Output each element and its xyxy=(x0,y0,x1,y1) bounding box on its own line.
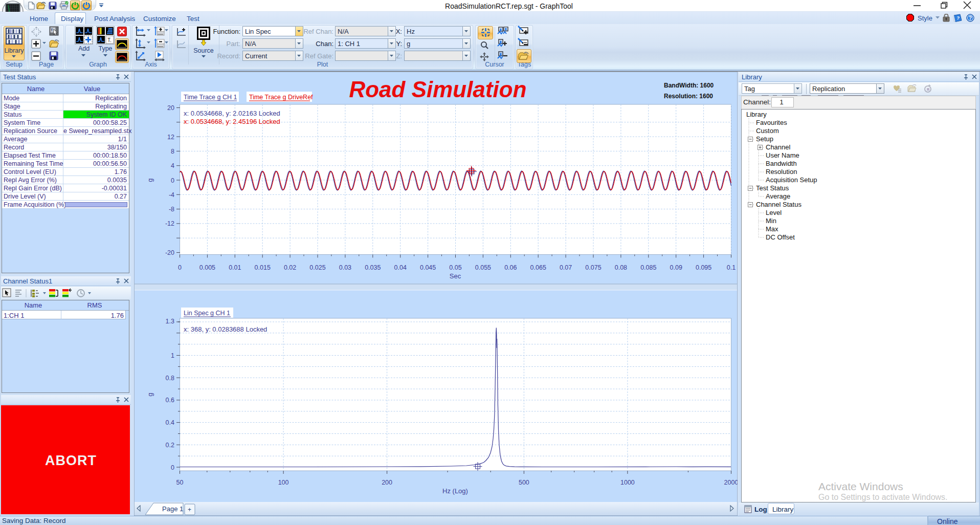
svg-text:-12: -12 xyxy=(165,220,174,227)
svg-text:Resolution: 1600: Resolution: 1600 xyxy=(664,93,713,100)
svg-text:x: 0.0534668, y: 2.02163 Locke: x: 0.0534668, y: 2.02163 Locked xyxy=(184,110,280,117)
svg-text:0.1: 0.1 xyxy=(727,264,736,271)
svg-text:g: g xyxy=(146,392,154,396)
svg-text:BandWidth: 1600: BandWidth: 1600 xyxy=(664,82,714,89)
svg-text:Time Trace g CH 1: Time Trace g CH 1 xyxy=(184,94,237,101)
svg-text:x: 0.0534668, y: 2.45196 Locke: x: 0.0534668, y: 2.45196 Locked xyxy=(184,118,280,125)
svg-text:-4: -4 xyxy=(169,191,174,199)
svg-text:Library: Library xyxy=(746,111,767,118)
svg-text:User Name: User Name xyxy=(766,151,799,159)
svg-text:20: 20 xyxy=(167,104,174,112)
svg-text:Road Simulation: Road Simulation xyxy=(349,77,526,102)
svg-text:0.09: 0.09 xyxy=(670,264,682,271)
svg-text:1.3: 1.3 xyxy=(166,318,174,325)
svg-text:-20: -20 xyxy=(165,249,174,256)
svg-text:50: 50 xyxy=(176,479,184,486)
svg-text:0.01: 0.01 xyxy=(229,264,241,271)
svg-text:Lin Spec g CH 1: Lin Spec g CH 1 xyxy=(184,310,230,317)
svg-text:0.8: 0.8 xyxy=(166,375,174,382)
svg-text:Page 1: Page 1 xyxy=(162,505,183,513)
svg-text:Favourites: Favourites xyxy=(756,119,787,126)
svg-text:Channel Status: Channel Status xyxy=(756,201,801,208)
svg-text:Level: Level xyxy=(766,209,782,216)
svg-text:DC Offset: DC Offset xyxy=(766,233,795,241)
svg-text:4: 4 xyxy=(171,162,174,169)
svg-text:Time Trace g DriveRef: Time Trace g DriveRef xyxy=(249,94,313,101)
svg-text:0: 0 xyxy=(178,264,182,271)
svg-text:1000: 1000 xyxy=(620,479,635,486)
svg-text:0.045: 0.045 xyxy=(420,264,436,271)
svg-text:Acquisition Setup: Acquisition Setup xyxy=(766,176,817,184)
svg-text:Bandwidth: Bandwidth xyxy=(766,160,797,167)
svg-text:0.005: 0.005 xyxy=(199,264,215,271)
svg-text:+: + xyxy=(188,506,191,513)
svg-text:8: 8 xyxy=(171,148,174,155)
svg-text:Min: Min xyxy=(766,217,776,225)
svg-text:2000: 2000 xyxy=(724,479,738,486)
svg-text:0.2: 0.2 xyxy=(166,442,174,449)
svg-text:0.6: 0.6 xyxy=(166,397,174,404)
svg-text:0.02: 0.02 xyxy=(284,264,296,271)
svg-text:T: T xyxy=(51,28,53,32)
svg-text:?: ? xyxy=(969,15,972,21)
svg-text:-8: -8 xyxy=(169,206,174,213)
svg-text:Max: Max xyxy=(766,225,778,233)
svg-text:200: 200 xyxy=(382,479,392,486)
svg-text:Resolution: Resolution xyxy=(766,168,797,176)
svg-text:1: 1 xyxy=(171,352,174,359)
svg-text:100: 100 xyxy=(278,479,289,486)
svg-text:0.4: 0.4 xyxy=(166,419,174,426)
svg-text:Custom: Custom xyxy=(756,127,779,135)
svg-text:T.: T. xyxy=(107,37,112,43)
svg-text:12: 12 xyxy=(167,134,174,141)
svg-text:0.055: 0.055 xyxy=(475,264,491,271)
svg-text:Test Status: Test Status xyxy=(756,184,789,192)
svg-text:500: 500 xyxy=(519,479,529,486)
svg-text:Setup: Setup xyxy=(756,135,773,143)
svg-text:0: 0 xyxy=(171,177,174,184)
svg-text:Hz (Log): Hz (Log) xyxy=(442,487,468,495)
svg-text:0.04: 0.04 xyxy=(394,264,407,271)
svg-text:0.015: 0.015 xyxy=(255,264,271,271)
svg-text:0.025: 0.025 xyxy=(309,264,325,271)
svg-text:Average: Average xyxy=(766,192,790,200)
svg-text:Channel: Channel xyxy=(766,143,791,151)
svg-text:g: g xyxy=(146,178,154,182)
svg-text:0.05: 0.05 xyxy=(449,264,461,271)
svg-text:0.065: 0.065 xyxy=(530,264,546,271)
svg-text:0.035: 0.035 xyxy=(365,264,381,271)
svg-text:Sec: Sec xyxy=(450,272,461,280)
svg-text:0.08: 0.08 xyxy=(615,264,627,271)
svg-text:0.075: 0.075 xyxy=(585,264,601,271)
svg-text:0.07: 0.07 xyxy=(560,264,572,271)
svg-text:0.03: 0.03 xyxy=(339,264,351,271)
svg-text:0.085: 0.085 xyxy=(640,264,656,271)
svg-text:0: 0 xyxy=(171,464,174,471)
svg-text:0.095: 0.095 xyxy=(696,264,711,271)
svg-text:0.06: 0.06 xyxy=(504,264,517,271)
svg-text:x: 368, y: 0.0283688 Locked: x: 368, y: 0.0283688 Locked xyxy=(184,325,267,333)
